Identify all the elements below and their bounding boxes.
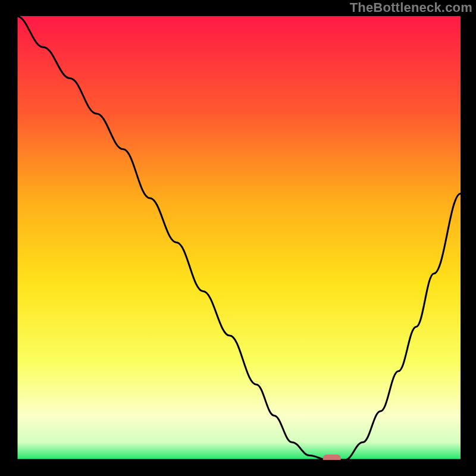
bottleneck-chart bbox=[0, 0, 476, 476]
heat-gradient-area bbox=[17, 16, 461, 460]
optimal-point-marker bbox=[323, 455, 341, 463]
watermark-text: TheBottleneck.com bbox=[350, 0, 472, 15]
chart-stage: TheBottleneck.com bbox=[0, 0, 476, 476]
